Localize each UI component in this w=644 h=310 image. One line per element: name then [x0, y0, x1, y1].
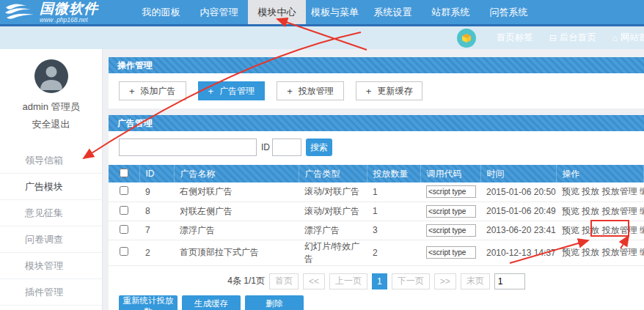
table-header-row: ID 广告名称 广告类型 投放数量 调用代码 时间 操作 [109, 165, 644, 182]
search-button[interactable]: 搜索 [306, 139, 332, 156]
delete-button[interactable]: 删除 [245, 295, 304, 310]
refresh-cache-button[interactable]: + 更新缓存 [356, 81, 423, 100]
edit-link[interactable]: 编辑 [640, 186, 644, 196]
preview-link[interactable]: 预览 [562, 247, 579, 257]
nav-item-qa[interactable]: 问答系统 [480, 0, 538, 24]
placement-manage-link[interactable]: 投放管理 [602, 186, 637, 196]
sidebar-item-plugin-mgmt[interactable]: 插件管理 [0, 279, 102, 306]
preview-link[interactable]: 预览 [562, 186, 579, 196]
table-row: 9 右侧对联广告 滚动/对联广告 1 2015-01-06 20:50 预览 投… [109, 182, 644, 202]
current-page-button[interactable]: 1 [372, 273, 387, 289]
brand[interactable]: 国微软件 www .php168.net [0, 0, 132, 24]
prev-page-button[interactable]: 上一页 [329, 273, 367, 289]
row-checkbox[interactable] [120, 206, 128, 215]
row-checkbox[interactable] [120, 186, 128, 195]
link-homepage-tags[interactable]: 首页标签 [497, 32, 533, 44]
row-checkbox[interactable] [120, 247, 128, 256]
nav-item-modules[interactable]: 模块中心 [248, 0, 306, 24]
sub-bar: 首页标签 ⊟ 后台首页 ⌂ 网站首页 [0, 26, 644, 49]
actions-panel: 操作管理 + 添加广告 + 广告管理 + 投放管理 + 更新缓存 [109, 57, 644, 108]
home-icon: ⌂ [612, 34, 618, 43]
preview-link[interactable]: 预览 [562, 225, 579, 235]
col-header-time: 时间 [480, 165, 556, 182]
plus-icon: + [366, 86, 372, 97]
place-link[interactable]: 投放 [582, 206, 599, 216]
nav-item-sitegroup[interactable]: 站群系统 [422, 0, 480, 24]
sidebar-item-module-mgmt[interactable]: 模块管理 [0, 253, 102, 279]
placement-manage-link-highlighted[interactable]: 投放管理 [602, 225, 637, 235]
place-link[interactable]: 投放 [582, 247, 599, 257]
col-header-name: 广告名称 [174, 165, 299, 182]
embed-code-box[interactable] [426, 246, 476, 259]
sidebar-item-leader-mailbox[interactable]: 领导信箱 [0, 147, 102, 174]
admin-page: 国微软件 www .php168.net 我的面板 内容管理 模块中心 模板与菜… [0, 0, 644, 310]
place-link[interactable]: 投放 [582, 225, 599, 235]
col-header-type: 广告类型 [299, 165, 367, 182]
row-checkbox[interactable] [120, 225, 128, 234]
generate-cache-button[interactable]: 生成缓存 [182, 295, 241, 310]
user-name: admin 管理员 [0, 100, 102, 114]
nav-item-templates[interactable]: 模板与菜单 [306, 0, 364, 24]
plus-icon: + [287, 86, 293, 97]
table-row: 7 漂浮广告 漂浮广告 3 2013-06-20 23:41 预览 投放 投放管… [109, 221, 644, 240]
nav-item-dashboard[interactable]: 我的面板 [132, 0, 190, 24]
ad-manage-button[interactable]: + 广告管理 [198, 81, 266, 100]
window-icon: ⊟ [549, 34, 557, 43]
link-admin-home[interactable]: ⊟ 后台首页 [549, 32, 596, 44]
edit-link[interactable]: 编辑 [640, 225, 644, 235]
fast-prev-button[interactable]: << [303, 273, 325, 289]
placement-manage-button[interactable]: + 投放管理 [277, 81, 344, 100]
col-header-id: ID [139, 165, 174, 182]
ads-panel-title: 广告管理 [109, 115, 644, 131]
nav-item-content[interactable]: 内容管理 [190, 0, 248, 24]
homepage-tags-label: 首页标签 [497, 32, 533, 44]
place-link[interactable]: 投放 [582, 186, 599, 196]
sidebar-item-opinion[interactable]: 意见征集 [0, 200, 102, 226]
placement-manage-link[interactable]: 投放管理 [602, 206, 637, 216]
main-content: 操作管理 + 添加广告 + 广告管理 + 投放管理 + 更新缓存 [109, 49, 644, 310]
edit-link[interactable]: 编辑 [640, 247, 644, 257]
actions-panel-title: 操作管理 [109, 57, 644, 73]
nav-item-settings[interactable]: 系统设置 [364, 0, 422, 24]
top-navbar: 国微软件 www .php168.net 我的面板 内容管理 模块中心 模板与菜… [0, 0, 644, 24]
sidebar-item-ad-module[interactable]: 广告模块 [0, 174, 102, 200]
first-page-button[interactable]: 首页 [269, 273, 299, 289]
keyword-input[interactable] [119, 139, 257, 156]
pagination-summary: 4条 1/1页 [227, 275, 265, 287]
select-all-checkbox[interactable] [120, 169, 128, 177]
footer-buttons: 重新统计投放数 生成缓存 删除 [109, 295, 644, 310]
avatar [34, 59, 68, 93]
recount-placements-button[interactable]: 重新统计投放数 [119, 295, 178, 310]
page-number-input[interactable] [494, 273, 525, 289]
col-header-count: 投放数量 [367, 165, 420, 182]
ads-panel: 广告管理 ID 搜索 ID 广告名称 广告类型 投放数量 调用代码 时间 [109, 115, 644, 310]
table-row: 2 首页顶部拉下式广告 幻灯片/特效广告 2 2010-12-13 14:37 … [109, 240, 644, 265]
embed-code-box[interactable] [426, 185, 476, 198]
id-input[interactable] [272, 139, 301, 156]
brand-url: www .php168.net [40, 17, 98, 23]
id-label: ID [261, 142, 270, 152]
preview-link[interactable]: 预览 [562, 206, 579, 216]
placement-manage-link[interactable]: 投放管理 [602, 247, 637, 257]
table-row: 8 对联左侧广告 滚动/对联广告 1 2015-01-06 20:49 预览 投… [109, 202, 644, 221]
sidebar-item-online-interview[interactable]: 在线访谈 [0, 306, 102, 310]
embed-code-box[interactable] [426, 224, 476, 237]
last-page-button[interactable]: 末页 [461, 273, 490, 289]
logout-link[interactable]: 安全退出 [0, 118, 102, 131]
add-ad-button[interactable]: + 添加广告 [119, 81, 186, 100]
link-site-home[interactable]: ⌂ 网站首页 [612, 32, 644, 44]
site-home-label: 网站首页 [621, 32, 644, 44]
embed-code-box[interactable] [426, 205, 476, 218]
plus-icon: + [129, 86, 135, 97]
col-header-code: 调用代码 [420, 165, 480, 182]
wave-logo-icon [4, 3, 37, 22]
ads-table: ID 广告名称 广告类型 投放数量 调用代码 时间 操作 9 右侧对联广告 滚 [109, 165, 644, 266]
sidebar-item-survey[interactable]: 问卷调查 [0, 226, 102, 253]
next-page-button[interactable]: 下一页 [392, 273, 430, 289]
cube-icon[interactable] [457, 29, 476, 48]
plus-icon: + [208, 86, 214, 97]
edit-link[interactable]: 编辑 [640, 206, 644, 216]
fast-next-button[interactable]: >> [434, 273, 456, 289]
admin-home-label: 后台首页 [560, 32, 596, 44]
search-row: ID 搜索 [109, 131, 644, 156]
